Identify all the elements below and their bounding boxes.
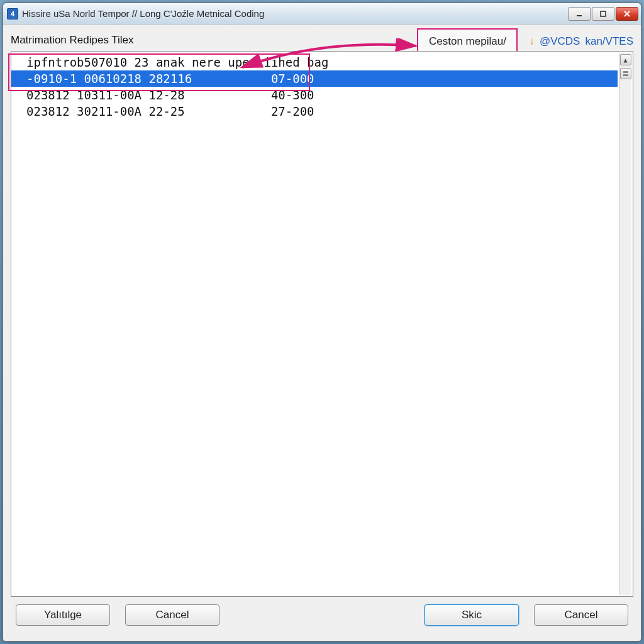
cancel-button-right[interactable]: Cancel [534,604,628,626]
scroll-split-button[interactable] [620,68,631,79]
footer: Yalıtılge Cancel Skic Cancel [11,597,633,633]
app-window: 4 Hissire uSa Norld Tempor // Long C'Joź… [3,3,641,641]
listbox-wrap: ipfntrob507010 23 anak nere uper iihed b… [11,51,633,597]
list-row[interactable]: -0910-1 00610218 282116 07-000 [11,70,618,87]
svg-rect-1 [601,11,606,16]
list-row[interactable]: ipfntrob507010 23 anak nere uper iihed b… [11,54,618,70]
window-title: Hissire uSa Norld Tempor // Long C'Joźle… [22,8,568,19]
svg-rect-4 [623,71,628,73]
scroll-track[interactable] [619,80,631,595]
window-controls [568,7,638,21]
close-button[interactable] [616,7,638,21]
list-row[interactable]: 023812 30211-00A 22-25 27-200 [11,103,618,119]
help-link-group[interactable]: ↓ @VCDS kan/VTES [529,35,633,48]
link-at-vcds[interactable]: @VCDS [540,35,580,48]
list-inner: ipfntrob507010 23 anak nere uper iihed b… [11,52,618,596]
link-kan-vtes[interactable]: kan/VTES [585,35,633,48]
download-icon: ↓ [529,35,535,48]
titlebar[interactable]: 4 Hissire uSa Norld Tempor // Long C'Joź… [3,3,641,25]
listbox[interactable]: ipfntrob507010 23 anak nere uper iihed b… [11,51,633,597]
scroll-up-button[interactable]: ▲ [620,54,631,65]
client-area: Matrimation Redipes Tilex Ceston mepilau… [3,25,641,641]
list-row[interactable]: 023812 10311-00A 12-28 40-300 [11,87,618,103]
cancel-button-left[interactable]: Cancel [125,604,219,626]
minimize-button[interactable] [568,7,591,21]
svg-rect-5 [623,74,628,76]
maximize-button[interactable] [592,7,614,21]
skic-button[interactable]: Skic [425,604,519,626]
list-title: Matrimation Redipes Tilex [11,34,134,47]
header-row: Matrimation Redipes Tilex Ceston mepilau… [11,31,633,50]
app-icon: 4 [7,8,18,19]
vertical-scrollbar[interactable]: ▲ [619,53,631,595]
yalitilge-button[interactable]: Yalıtılge [16,604,110,626]
